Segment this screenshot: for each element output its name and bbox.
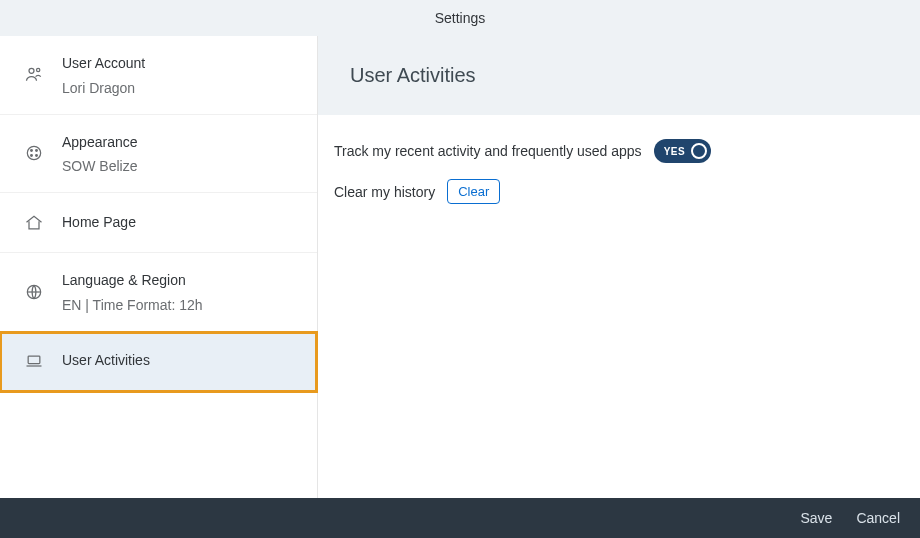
sidebar-item-title: Home Page (62, 213, 136, 233)
page-title: User Activities (350, 64, 888, 87)
sidebar-item-subtitle: Lori Dragon (62, 80, 145, 96)
laptop-icon (24, 351, 44, 371)
palette-icon (24, 143, 44, 163)
sidebar-item-text: Appearance SOW Belize (62, 133, 138, 175)
content-header: User Activities (318, 36, 920, 115)
settings-sidebar: User Account Lori Dragon Appearance SOW … (0, 36, 318, 498)
sidebar-item-title: User Account (62, 54, 145, 74)
setting-clear-history: Clear my history Clear (334, 179, 904, 204)
sidebar-item-text: User Account Lori Dragon (62, 54, 145, 96)
svg-point-5 (31, 155, 33, 157)
clear-button[interactable]: Clear (447, 179, 500, 204)
setting-track-activity: Track my recent activity and frequently … (334, 139, 904, 163)
sidebar-item-home-page[interactable]: Home Page (0, 193, 317, 253)
sidebar-item-user-activities[interactable]: User Activities (0, 332, 317, 392)
sidebar-item-language-region[interactable]: Language & Region EN | Time Format: 12h (0, 253, 317, 332)
cancel-button[interactable]: Cancel (856, 510, 900, 526)
svg-point-0 (29, 68, 34, 73)
svg-point-1 (37, 68, 40, 71)
track-activity-label: Track my recent activity and frequently … (334, 143, 642, 159)
footer-bar: Save Cancel (0, 498, 920, 538)
save-button[interactable]: Save (800, 510, 832, 526)
window-title: Settings (435, 10, 486, 26)
sidebar-item-subtitle: EN | Time Format: 12h (62, 297, 203, 313)
sidebar-item-title: Appearance (62, 133, 138, 153)
sidebar-item-subtitle: SOW Belize (62, 158, 138, 174)
sidebar-item-text: User Activities (62, 351, 150, 371)
toggle-text: YES (664, 146, 686, 157)
svg-point-4 (36, 150, 38, 152)
svg-point-6 (36, 155, 38, 157)
sidebar-item-user-account[interactable]: User Account Lori Dragon (0, 36, 317, 115)
sidebar-item-title: User Activities (62, 351, 150, 371)
svg-point-3 (31, 150, 33, 152)
content-area: User Activities Track my recent activity… (318, 36, 920, 498)
track-activity-toggle[interactable]: YES (654, 139, 712, 163)
toggle-knob (691, 143, 707, 159)
user-icon (24, 65, 44, 85)
home-icon (24, 213, 44, 233)
globe-icon (24, 282, 44, 302)
sidebar-item-text: Home Page (62, 213, 136, 233)
svg-point-2 (27, 147, 40, 160)
sidebar-item-title: Language & Region (62, 271, 203, 291)
window-header: Settings (0, 0, 920, 36)
sidebar-item-appearance[interactable]: Appearance SOW Belize (0, 115, 317, 194)
body: User Account Lori Dragon Appearance SOW … (0, 36, 920, 498)
sidebar-item-text: Language & Region EN | Time Format: 12h (62, 271, 203, 313)
clear-history-label: Clear my history (334, 184, 435, 200)
svg-rect-8 (28, 356, 40, 364)
content-body: Track my recent activity and frequently … (318, 115, 920, 244)
